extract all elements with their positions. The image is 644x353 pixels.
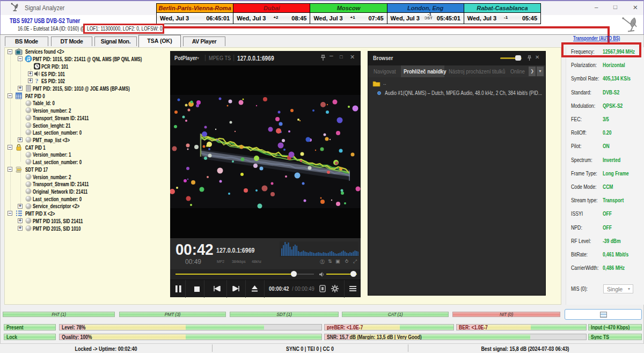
svg-text:?: ? <box>35 77 39 84</box>
